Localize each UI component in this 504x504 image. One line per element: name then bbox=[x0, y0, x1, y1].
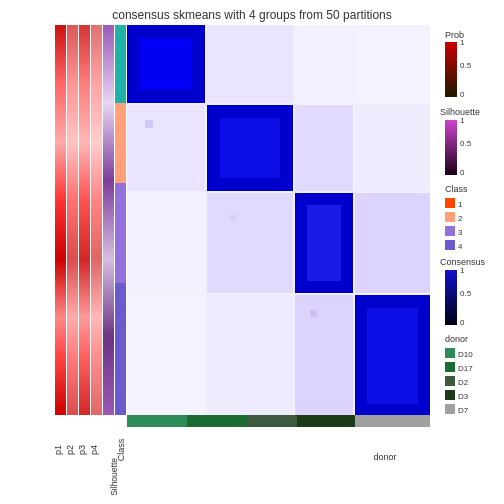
svg-rect-43 bbox=[445, 376, 455, 386]
svg-rect-39 bbox=[445, 240, 455, 250]
class-2-label: 2 bbox=[458, 214, 463, 223]
svg-rect-19 bbox=[127, 105, 205, 191]
donor-d7: D7 bbox=[458, 406, 469, 415]
svg-rect-5 bbox=[103, 25, 114, 415]
legend-class-title: Class bbox=[445, 184, 468, 194]
svg-rect-49 bbox=[297, 415, 355, 427]
xlabel-silhouette: Silhouette bbox=[109, 458, 119, 496]
svg-rect-47 bbox=[187, 415, 247, 427]
svg-rect-44 bbox=[445, 390, 455, 400]
svg-rect-28 bbox=[355, 105, 430, 191]
xlabel-p2: p2 bbox=[65, 445, 75, 455]
svg-rect-3 bbox=[79, 25, 90, 415]
class-1-label: 1 bbox=[458, 200, 463, 209]
svg-rect-41 bbox=[445, 348, 455, 358]
svg-rect-38 bbox=[445, 226, 455, 236]
silh-min: 0 bbox=[460, 168, 465, 177]
svg-rect-46 bbox=[127, 415, 187, 427]
class-4-label: 4 bbox=[458, 242, 463, 251]
xlabel-donor: donor bbox=[373, 452, 396, 462]
svg-rect-4 bbox=[91, 25, 102, 415]
svg-rect-25 bbox=[207, 193, 293, 293]
cons-mid: 0.5 bbox=[460, 289, 472, 298]
svg-rect-21 bbox=[127, 193, 205, 293]
svg-rect-30 bbox=[355, 193, 430, 293]
donor-d2: D2 bbox=[458, 378, 469, 387]
prob-min: 0 bbox=[460, 90, 465, 99]
svg-rect-34 bbox=[445, 42, 457, 97]
xlabel-p3: p3 bbox=[77, 445, 87, 455]
donor-d10: D10 bbox=[458, 350, 473, 359]
svg-rect-20 bbox=[207, 25, 293, 103]
svg-rect-42 bbox=[445, 362, 455, 372]
chart-container: consensus skmeans with 4 groups from 50 … bbox=[0, 0, 504, 504]
svg-rect-40 bbox=[445, 270, 457, 325]
svg-rect-18 bbox=[367, 308, 418, 404]
svg-rect-31 bbox=[145, 120, 153, 128]
svg-rect-6 bbox=[115, 25, 126, 103]
prob-max: 1 bbox=[460, 38, 465, 47]
svg-rect-45 bbox=[445, 404, 455, 414]
xlabel-p4: p4 bbox=[89, 445, 99, 455]
svg-rect-33 bbox=[310, 310, 317, 317]
svg-rect-22 bbox=[295, 25, 353, 103]
svg-rect-7 bbox=[115, 103, 126, 183]
xlabel-class: Class bbox=[116, 438, 126, 461]
svg-rect-32 bbox=[230, 215, 236, 221]
legend-donor-title: donor bbox=[445, 334, 468, 344]
xlabel-p1: p1 bbox=[53, 445, 63, 455]
svg-rect-23 bbox=[127, 295, 205, 415]
silh-max: 1 bbox=[460, 116, 465, 125]
svg-rect-26 bbox=[295, 105, 353, 191]
cons-max: 1 bbox=[460, 266, 465, 275]
svg-rect-9 bbox=[115, 283, 126, 415]
svg-rect-16 bbox=[307, 205, 341, 281]
svg-rect-24 bbox=[355, 25, 430, 103]
donor-d3: D3 bbox=[458, 392, 469, 401]
svg-rect-2 bbox=[67, 25, 78, 415]
cons-min: 0 bbox=[460, 318, 465, 327]
class-3-label: 3 bbox=[458, 228, 463, 237]
svg-rect-29 bbox=[295, 295, 353, 415]
svg-rect-48 bbox=[247, 415, 297, 427]
svg-rect-50 bbox=[355, 415, 430, 427]
silh-mid: 0.5 bbox=[460, 139, 472, 148]
svg-rect-1 bbox=[55, 25, 66, 415]
prob-mid: 0.5 bbox=[460, 61, 472, 70]
svg-rect-8 bbox=[115, 183, 126, 283]
svg-rect-12 bbox=[140, 38, 192, 90]
svg-rect-27 bbox=[207, 295, 293, 415]
svg-rect-14 bbox=[220, 118, 280, 178]
donor-d17: D17 bbox=[458, 364, 473, 373]
svg-rect-35 bbox=[445, 120, 457, 175]
svg-rect-36 bbox=[445, 198, 455, 208]
svg-rect-37 bbox=[445, 212, 455, 222]
